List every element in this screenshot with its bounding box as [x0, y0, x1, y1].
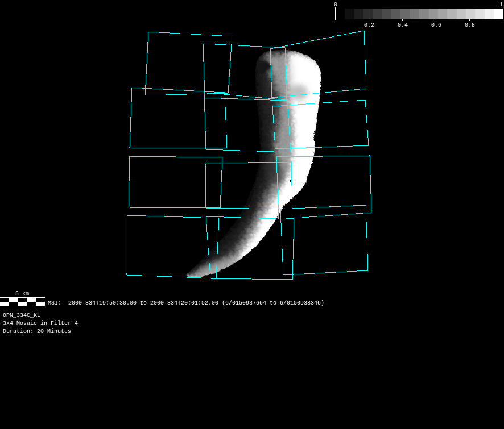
svg-text:0.6: 0.6 — [431, 22, 441, 28]
svg-text:0: 0 — [334, 2, 337, 8]
svg-text:0.4: 0.4 — [398, 22, 408, 28]
svg-text:0.2: 0.2 — [364, 22, 374, 28]
svg-text:1: 1 — [499, 2, 503, 8]
svg-text:Duration: 20 Minutes: Duration: 20 Minutes — [3, 328, 71, 335]
svg-text:3x4 Mosaic in Filter 4: 3x4 Mosaic in Filter 4 — [3, 320, 78, 327]
svg-text:OPN_334C_KL: OPN_334C_KL — [3, 313, 40, 319]
svg-text:5 km: 5 km — [15, 291, 29, 297]
svg-text:0.8: 0.8 — [465, 22, 475, 28]
svg-text:MSI: 2000-334T19:50:30.00 to: MSI: 2000-334T19:50:30.00 to 2000-334T20… — [48, 300, 324, 306]
